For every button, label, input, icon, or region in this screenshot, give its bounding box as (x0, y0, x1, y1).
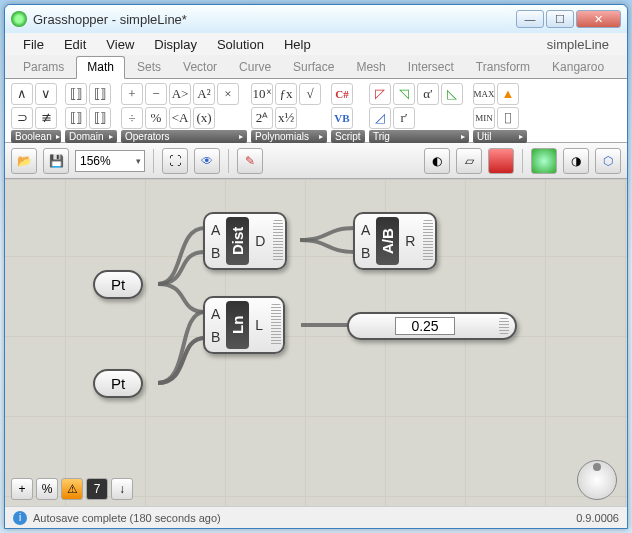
component-division[interactable]: A B A/B R (353, 212, 437, 270)
tab-kangaroo[interactable]: Kangaroo (542, 57, 614, 78)
tab-math[interactable]: Math (76, 56, 125, 79)
dock-warn-button[interactable]: ⚠ (61, 478, 83, 500)
display-half-button[interactable]: ◑ (563, 148, 589, 174)
poly-fx-icon[interactable]: ƒx (275, 83, 297, 105)
ribbon-label-util[interactable]: Util (473, 130, 527, 143)
port-r[interactable]: R (405, 233, 415, 249)
op-mul-icon[interactable]: × (217, 83, 239, 105)
dock-down-button[interactable]: ↓ (111, 478, 133, 500)
tab-mesh[interactable]: Mesh (346, 57, 395, 78)
tab-sets[interactable]: Sets (127, 57, 171, 78)
grip[interactable] (423, 220, 433, 262)
component-pt-1[interactable]: Pt (93, 270, 143, 299)
op-div-icon[interactable]: ÷ (121, 107, 143, 129)
bool-and-icon[interactable]: ∧ (11, 83, 33, 105)
bool-neq-icon[interactable]: ≢ (35, 107, 57, 129)
port-b[interactable]: B (211, 329, 220, 345)
op-sub-icon[interactable]: − (145, 83, 167, 105)
menu-edit[interactable]: Edit (54, 35, 96, 54)
port-b[interactable]: B (361, 245, 370, 261)
dock-add-button[interactable]: + (11, 478, 33, 500)
shade-button-1[interactable]: ◐ (424, 148, 450, 174)
grip[interactable] (271, 304, 281, 346)
port-a[interactable]: A (211, 222, 220, 238)
trig-icon-2[interactable]: ◹ (393, 83, 415, 105)
bool-or-icon[interactable]: ∨ (35, 83, 57, 105)
op-lt-icon[interactable]: <A (169, 107, 191, 129)
poly-10x-icon[interactable]: 10ˣ (251, 83, 273, 105)
component-pt-2[interactable]: Pt (93, 369, 143, 398)
domain-icon-1[interactable]: ⟦⟧ (65, 83, 87, 105)
ribbon-label-operators[interactable]: Operators (121, 130, 247, 143)
component-distance[interactable]: A B Dist D (203, 212, 287, 270)
ribbon-label-trig[interactable]: Trig (369, 130, 469, 143)
trig-icon-4[interactable]: ◿ (369, 107, 391, 129)
trig-icon-1[interactable]: ◸ (369, 83, 391, 105)
menu-file[interactable]: File (13, 35, 54, 54)
ribbon-label-script[interactable]: Script (331, 130, 365, 143)
shade-button-2[interactable]: ▱ (456, 148, 482, 174)
menu-view[interactable]: View (96, 35, 144, 54)
trig-icon-6[interactable]: r′ (393, 107, 415, 129)
dock-pct-button[interactable]: % (36, 478, 58, 500)
tab-vector[interactable]: Vector (173, 57, 227, 78)
display-hex-button[interactable]: ⬡ (595, 148, 621, 174)
poly-sqrt-icon[interactable]: √ (299, 83, 321, 105)
ribbon-label-domain[interactable]: Domain (65, 130, 117, 143)
port-b[interactable]: B (211, 245, 220, 261)
titlebar[interactable]: Grasshopper - simpleLine* (5, 5, 627, 33)
ribbon-label-boolean[interactable]: Boolean (11, 130, 61, 143)
port-a[interactable]: A (361, 222, 370, 238)
sketch-button[interactable]: ✎ (237, 148, 263, 174)
poly-2a-icon[interactable]: 2ᴬ (251, 107, 273, 129)
bool-imp-icon[interactable]: ⊃ (11, 107, 33, 129)
display-green-button[interactable] (531, 148, 557, 174)
port-d[interactable]: D (255, 233, 265, 249)
domain-icon-4[interactable]: ⟦⟧ (89, 107, 111, 129)
menu-help[interactable]: Help (274, 35, 321, 54)
dock-7-button[interactable]: 7 (86, 478, 108, 500)
component-slider[interactable] (347, 312, 517, 340)
port-l[interactable]: L (255, 317, 263, 333)
menu-display[interactable]: Display (144, 35, 207, 54)
util-box-icon[interactable]: ⌷ (497, 107, 519, 129)
script-vb-icon[interactable]: VB (331, 107, 353, 129)
op-gt-icon[interactable]: A> (169, 83, 191, 105)
menu-solution[interactable]: Solution (207, 35, 274, 54)
op-mod-icon[interactable]: % (145, 107, 167, 129)
minimize-button[interactable] (516, 10, 544, 28)
grip[interactable] (273, 220, 283, 262)
tab-surface[interactable]: Surface (283, 57, 344, 78)
domain-icon-2[interactable]: ⟦⟧ (89, 83, 111, 105)
zoom-extents-button[interactable]: ⛶ (162, 148, 188, 174)
save-button[interactable]: 💾 (43, 148, 69, 174)
grip[interactable] (499, 318, 509, 334)
close-button[interactable] (576, 10, 621, 28)
domain-icon-3[interactable]: ⟦⟧ (65, 107, 87, 129)
component-line[interactable]: A B Ln L (203, 296, 285, 354)
preview-button[interactable]: 👁 (194, 148, 220, 174)
trig-icon-3[interactable]: ◺ (441, 83, 463, 105)
util-min-icon[interactable]: MIN (473, 107, 495, 129)
script-csharp-icon[interactable]: C# (331, 83, 353, 105)
preview-red-button[interactable] (488, 148, 514, 174)
tab-transform[interactable]: Transform (466, 57, 540, 78)
tab-intersect[interactable]: Intersect (398, 57, 464, 78)
ribbon-label-polynomials[interactable]: Polynomials (251, 130, 327, 143)
canvas[interactable]: Pt Pt A B Dist D A B A/B R (5, 179, 627, 506)
port-a[interactable]: A (211, 306, 220, 322)
util-curve-icon[interactable]: ▲ (497, 83, 519, 105)
op-neg-icon[interactable]: (x) (193, 107, 215, 129)
slider-value[interactable] (395, 317, 455, 335)
maximize-button[interactable] (546, 10, 574, 28)
trig-icon-5[interactable]: α′ (417, 83, 439, 105)
op-add-icon[interactable]: + (121, 83, 143, 105)
open-button[interactable]: 📂 (11, 148, 37, 174)
compass-widget[interactable] (577, 460, 617, 500)
zoom-dropdown[interactable]: 156% (75, 150, 145, 172)
tab-params[interactable]: Params (13, 57, 74, 78)
poly-xhalf-icon[interactable]: x½ (275, 107, 297, 129)
util-max-icon[interactable]: MAX (473, 83, 495, 105)
tab-curve[interactable]: Curve (229, 57, 281, 78)
op-pow-icon[interactable]: A² (193, 83, 215, 105)
